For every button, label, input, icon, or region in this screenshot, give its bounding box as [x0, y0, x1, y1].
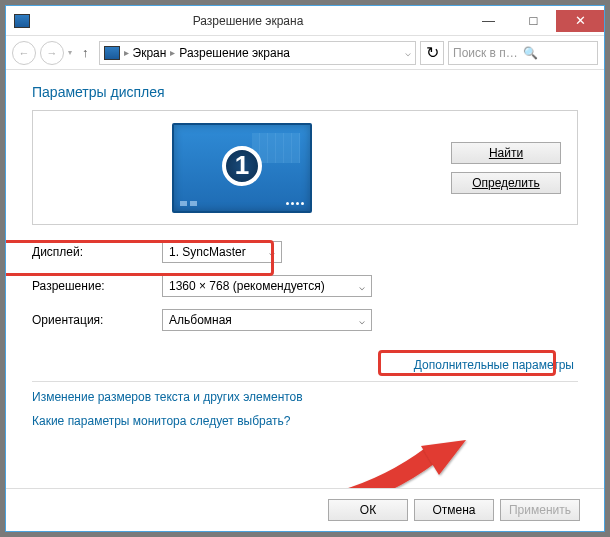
chevron-down-icon: ⌵ — [269, 247, 275, 258]
monitor-preview[interactable]: 1 — [172, 123, 312, 213]
svg-marker-0 — [421, 440, 466, 475]
display-value: 1. SyncMaster — [169, 245, 246, 259]
monitor-icon — [104, 46, 120, 60]
search-input[interactable]: Поиск в панели у... 🔍 — [448, 41, 598, 65]
content: Параметры дисплея 1 Найти Определить — [6, 70, 604, 488]
orientation-label: Ориентация: — [32, 313, 162, 327]
detect-button[interactable]: Определить — [451, 172, 561, 194]
orientation-select[interactable]: Альбомная ⌵ — [162, 309, 372, 331]
search-placeholder: Поиск в панели у... — [453, 46, 523, 60]
forward-button[interactable]: → — [40, 41, 64, 65]
chevron-down-icon: ⌵ — [359, 315, 365, 326]
display-select[interactable]: 1. SyncMaster ⌵ — [162, 241, 282, 263]
display-row: Дисплей: 1. SyncMaster ⌵ — [32, 237, 578, 267]
which-monitor-link[interactable]: Какие параметры монитора следует выбрать… — [32, 414, 578, 428]
chevron-down-icon: ⌵ — [359, 281, 365, 292]
breadcrumb[interactable]: ▸ Экран ▸ Разрешение экрана ⌵ — [99, 41, 417, 65]
search-icon: 🔍 — [523, 46, 593, 60]
close-button[interactable]: ✕ — [556, 10, 604, 32]
resolution-row: Разрешение: 1360 × 768 (рекомендуется) ⌵ — [32, 271, 578, 301]
arrow-annotation — [281, 440, 481, 488]
chevron-right-icon: ▸ — [124, 47, 129, 58]
titlebar: Разрешение экрана — □ ✕ — [6, 6, 604, 36]
resolution-label: Разрешение: — [32, 279, 162, 293]
apply-button[interactable]: Применить — [500, 499, 580, 521]
app-icon — [14, 14, 30, 28]
chevron-down-icon[interactable]: ⌵ — [405, 47, 411, 58]
find-button[interactable]: Найти — [451, 142, 561, 164]
orientation-value: Альбомная — [169, 313, 232, 327]
ok-button[interactable]: ОК — [328, 499, 408, 521]
resolution-select[interactable]: 1360 × 768 (рекомендуется) ⌵ — [162, 275, 372, 297]
breadcrumb-resolution[interactable]: Разрешение экрана — [179, 46, 290, 60]
settings-form: Дисплей: 1. SyncMaster ⌵ Разрешение: 136… — [32, 237, 578, 335]
divider — [32, 381, 578, 382]
refresh-button[interactable]: ↻ — [420, 41, 444, 65]
cancel-button[interactable]: Отмена — [414, 499, 494, 521]
back-button[interactable]: ← — [12, 41, 36, 65]
minimize-button[interactable]: — — [466, 10, 511, 32]
history-dropdown-icon[interactable]: ▾ — [68, 48, 72, 57]
display-label: Дисплей: — [32, 245, 162, 259]
window-buttons: — □ ✕ — [466, 10, 604, 32]
up-button[interactable]: ↑ — [76, 45, 95, 60]
advanced-row: Дополнительные параметры — [32, 355, 578, 373]
help-links: Изменение размеров текста и других элеме… — [32, 390, 578, 428]
display-preview-box: 1 Найти Определить — [32, 110, 578, 225]
resolution-value: 1360 × 768 (рекомендуется) — [169, 279, 325, 293]
advanced-link[interactable]: Дополнительные параметры — [414, 358, 574, 372]
window-title: Разрешение экрана — [30, 14, 466, 28]
breadcrumb-screen[interactable]: Экран — [133, 46, 167, 60]
maximize-button[interactable]: □ — [511, 10, 556, 32]
navbar: ← → ▾ ↑ ▸ Экран ▸ Разрешение экрана ⌵ ↻ … — [6, 36, 604, 70]
monitor-preview-wrap: 1 — [49, 123, 435, 213]
text-size-link[interactable]: Изменение размеров текста и других элеме… — [32, 390, 578, 404]
taskbar-preview — [180, 201, 304, 207]
footer: ОК Отмена Применить — [6, 488, 604, 531]
chevron-right-icon: ▸ — [170, 47, 175, 58]
page-heading: Параметры дисплея — [32, 84, 578, 100]
preview-side-buttons: Найти Определить — [451, 142, 561, 194]
orientation-row: Ориентация: Альбомная ⌵ — [32, 305, 578, 335]
window: Разрешение экрана — □ ✕ ← → ▾ ↑ ▸ Экран … — [5, 5, 605, 532]
monitor-number: 1 — [222, 146, 262, 186]
